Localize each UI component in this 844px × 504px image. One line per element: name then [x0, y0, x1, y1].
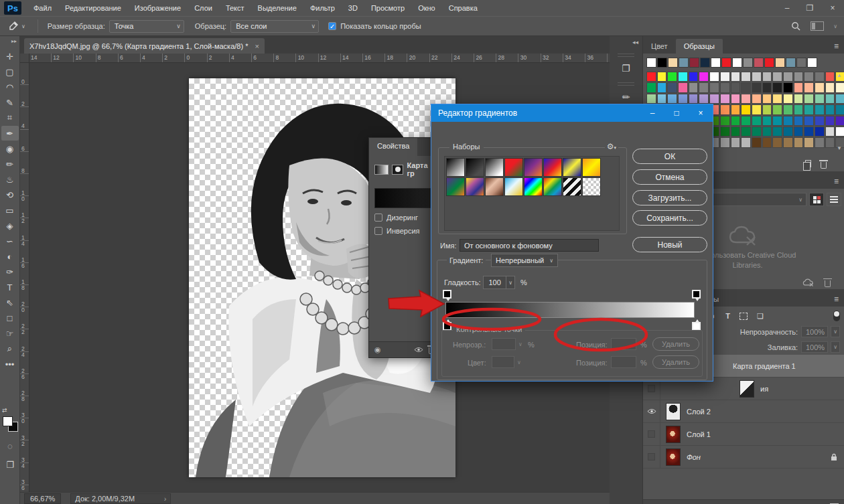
- trash-icon[interactable]: [821, 162, 827, 169]
- swatch[interactable]: [646, 72, 656, 82]
- swatch[interactable]: [699, 94, 709, 104]
- dither-checkbox[interactable]: [374, 214, 382, 222]
- swatch[interactable]: [720, 82, 730, 92]
- swatch[interactable]: [720, 72, 730, 82]
- swatch[interactable]: [783, 94, 793, 104]
- swatch[interactable]: [804, 137, 814, 147]
- swatch[interactable]: [731, 72, 741, 82]
- swatch[interactable]: [786, 58, 796, 68]
- ok-button[interactable]: ОК: [632, 149, 707, 164]
- swatch[interactable]: [689, 58, 699, 68]
- menu-item[interactable]: Фильтр: [303, 4, 342, 12]
- swatch[interactable]: [709, 72, 719, 82]
- gradient-preset[interactable]: [485, 158, 504, 177]
- swatch[interactable]: [732, 58, 742, 68]
- swatch[interactable]: [752, 72, 762, 82]
- swatch[interactable]: [783, 72, 793, 82]
- opacity-stop-left[interactable]: [443, 290, 451, 299]
- swatch[interactable]: [815, 104, 825, 114]
- scroll-up-icon[interactable]: ▲: [837, 72, 842, 78]
- crop-tool[interactable]: ⌗: [1, 110, 19, 125]
- gradient-bar[interactable]: [445, 302, 695, 318]
- swatch[interactable]: [731, 127, 741, 137]
- swatch[interactable]: [678, 94, 688, 104]
- swatch[interactable]: [754, 58, 764, 68]
- swatch[interactable]: [731, 137, 741, 147]
- type-tool[interactable]: T: [1, 280, 19, 295]
- zoom-level-field[interactable]: 66,67%: [24, 493, 61, 504]
- layer-name[interactable]: ия: [760, 385, 768, 393]
- eraser-tool[interactable]: ▭: [1, 203, 19, 218]
- swatch[interactable]: [678, 82, 688, 92]
- swatch[interactable]: [815, 94, 825, 104]
- filter-smart-objects-icon[interactable]: ❏: [757, 312, 764, 321]
- swatch[interactable]: [804, 72, 814, 82]
- gradient-preset[interactable]: [543, 177, 562, 196]
- gradient-preset[interactable]: [563, 158, 581, 177]
- swatch[interactable]: [825, 116, 835, 126]
- swatch[interactable]: [731, 104, 741, 114]
- sync-disabled-icon[interactable]: [802, 278, 815, 287]
- shape-tool[interactable]: □: [1, 311, 19, 325]
- swatch[interactable]: [741, 94, 751, 104]
- grid-view-button[interactable]: [809, 193, 824, 206]
- swatch[interactable]: [741, 104, 751, 114]
- chevron-down-icon[interactable]: ∨: [831, 326, 840, 337]
- swatch[interactable]: [783, 127, 793, 137]
- swatch[interactable]: [720, 127, 730, 137]
- swatch-scrollbar[interactable]: ▲ ▼: [836, 72, 843, 151]
- swatch[interactable]: [762, 127, 772, 137]
- swatch[interactable]: [762, 82, 772, 92]
- swatch[interactable]: [762, 116, 772, 126]
- swatch[interactable]: [689, 72, 699, 82]
- brush-tool[interactable]: ✏: [1, 157, 19, 171]
- layer-row-background[interactable]: Фон: [643, 446, 844, 469]
- swatch[interactable]: [657, 94, 667, 104]
- gradient-preset[interactable]: [524, 177, 543, 196]
- layer-thumbnail[interactable]: [666, 403, 681, 420]
- inverse-checkbox[interactable]: [374, 227, 382, 235]
- healing-brush-tool[interactable]: ◉: [1, 141, 19, 156]
- swatch[interactable]: [699, 82, 709, 92]
- cancel-button[interactable]: Отмена: [632, 169, 707, 185]
- swatch[interactable]: [794, 82, 804, 92]
- show-ring-checkbox[interactable]: ✓: [328, 22, 336, 30]
- dialog-close-button[interactable]: ×: [689, 108, 713, 118]
- filter-shape-layers-icon[interactable]: [740, 313, 748, 320]
- visibility-toggle[interactable]: [643, 423, 660, 445]
- swatch[interactable]: [762, 72, 772, 82]
- swatch[interactable]: [804, 82, 814, 92]
- gradient-preset[interactable]: [466, 177, 484, 196]
- swatch[interactable]: [825, 104, 835, 114]
- swatch[interactable]: [804, 127, 814, 137]
- quick-selection-tool[interactable]: ✎: [1, 95, 19, 110]
- opacity-value[interactable]: 100%: [801, 326, 828, 337]
- search-icon[interactable]: [791, 21, 801, 31]
- swatch[interactable]: [689, 94, 699, 104]
- gear-icon[interactable]: ⚙▾: [605, 142, 618, 151]
- menu-item[interactable]: Файл: [27, 4, 58, 12]
- swatch[interactable]: [815, 116, 825, 126]
- swatch[interactable]: [815, 137, 825, 147]
- foreground-color[interactable]: [3, 416, 13, 426]
- swatch[interactable]: [794, 137, 804, 147]
- swatch[interactable]: [762, 94, 772, 104]
- filter-type-layers-icon[interactable]: T: [725, 312, 730, 320]
- gradient-name-input[interactable]: От основного к фоновому: [460, 239, 599, 252]
- toolbox-collapse-icon[interactable]: ▸▸: [0, 36, 19, 48]
- tab-swatches[interactable]: Образцы: [676, 39, 723, 54]
- sample-size-dropdown[interactable]: Точка∨: [109, 20, 184, 33]
- gradient-preset[interactable]: [582, 177, 601, 196]
- tab-properties[interactable]: Свойства: [369, 138, 417, 156]
- swatch[interactable]: [720, 104, 730, 114]
- visibility-icon[interactable]: [414, 347, 423, 353]
- swatch[interactable]: [711, 58, 721, 68]
- swatch[interactable]: [667, 72, 677, 82]
- swatch[interactable]: [825, 137, 835, 147]
- close-tab-icon[interactable]: ×: [255, 42, 259, 50]
- gradient-preset[interactable]: [446, 158, 465, 177]
- tools-ellipsis[interactable]: •••: [1, 357, 19, 371]
- path-select-tool[interactable]: ⇖: [1, 295, 19, 310]
- gradient-preset[interactable]: [446, 177, 465, 196]
- swatch[interactable]: [762, 104, 772, 114]
